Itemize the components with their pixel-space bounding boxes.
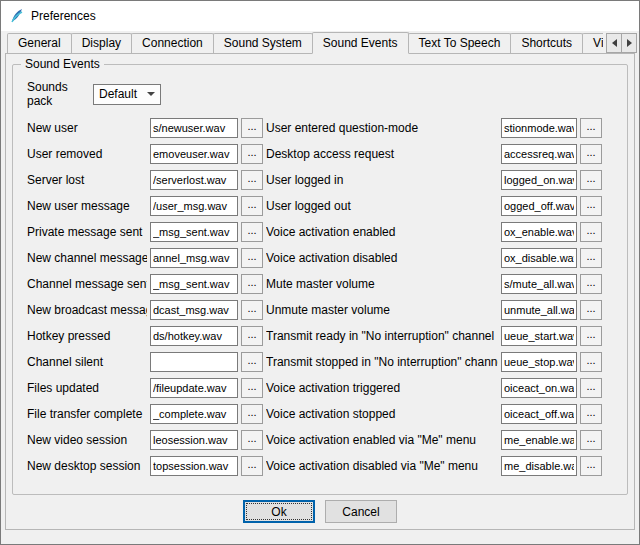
tab-general[interactable]: General: [7, 33, 72, 53]
browse-button[interactable]: ...: [580, 456, 602, 476]
sound-events-grid: New user...User entered question-mode...…: [21, 115, 619, 479]
sound-file-input[interactable]: [150, 456, 238, 476]
browse-button[interactable]: ...: [580, 326, 602, 346]
sound-file-input[interactable]: [150, 274, 238, 294]
browse-button[interactable]: ...: [241, 404, 263, 424]
sound-file-input[interactable]: [150, 326, 238, 346]
tab-scroll-right-button[interactable]: [621, 33, 637, 53]
browse-button[interactable]: ...: [580, 144, 602, 164]
sound-file-input[interactable]: [150, 118, 238, 138]
sound-file-input[interactable]: [150, 378, 238, 398]
sound-file-input[interactable]: [501, 430, 577, 450]
event-label: User entered question-mode: [266, 121, 498, 135]
browse-button[interactable]: ...: [241, 248, 263, 268]
browse-button[interactable]: ...: [241, 196, 263, 216]
event-label: File transfer complete: [27, 407, 147, 421]
sound-file-input[interactable]: [501, 170, 577, 190]
browse-button[interactable]: ...: [580, 404, 602, 424]
sound-file-input[interactable]: [150, 196, 238, 216]
browse-button[interactable]: ...: [580, 222, 602, 242]
event-label: Voice activation disabled via "Me" menu: [266, 459, 498, 473]
sound-file-input[interactable]: [501, 274, 577, 294]
preferences-window: Preferences GeneralDisplayConnectionSoun…: [0, 0, 640, 545]
browse-button[interactable]: ...: [580, 300, 602, 320]
browse-button[interactable]: ...: [241, 274, 263, 294]
browse-button[interactable]: ...: [241, 144, 263, 164]
sound-file-input[interactable]: [501, 300, 577, 320]
event-label: User logged out: [266, 199, 498, 213]
tab-display[interactable]: Display: [71, 33, 132, 53]
browse-button[interactable]: ...: [241, 326, 263, 346]
tab-scroll-left-button[interactable]: [606, 33, 622, 53]
sound-file-input[interactable]: [150, 430, 238, 450]
event-label: Files updated: [27, 381, 147, 395]
event-label: New broadcast message: [27, 303, 147, 317]
sound-file-input[interactable]: [501, 404, 577, 424]
tab-sound-events[interactable]: Sound Events: [312, 32, 409, 54]
event-label: Voice activation enabled: [266, 225, 498, 239]
event-label: Server lost: [27, 173, 147, 187]
tab-shortcuts[interactable]: Shortcuts: [510, 33, 583, 53]
event-label: Voice activation disabled: [266, 251, 498, 265]
window-title: Preferences: [31, 9, 96, 23]
sound-file-input[interactable]: [150, 144, 238, 164]
group-title: Sound Events: [21, 57, 104, 71]
event-label: New channel message: [27, 251, 147, 265]
browse-button[interactable]: ...: [580, 378, 602, 398]
sound-file-input[interactable]: [501, 456, 577, 476]
sound-file-input[interactable]: [150, 248, 238, 268]
browse-button[interactable]: ...: [241, 222, 263, 242]
chevron-down-icon: [147, 92, 155, 96]
sound-events-group: Sound Events Sounds pack Default New use…: [12, 64, 628, 495]
sound-file-input[interactable]: [501, 118, 577, 138]
event-label: New desktop session: [27, 459, 147, 473]
arrow-left-icon: [612, 39, 617, 47]
sound-file-input[interactable]: [150, 404, 238, 424]
event-label: Transmit stopped in "No interruption" ch…: [266, 355, 498, 369]
browse-button[interactable]: ...: [580, 170, 602, 190]
event-label: New user message: [27, 199, 147, 213]
sound-file-input[interactable]: [501, 378, 577, 398]
browse-button[interactable]: ...: [580, 196, 602, 216]
tab-connection[interactable]: Connection: [131, 33, 214, 53]
sound-file-input[interactable]: [150, 300, 238, 320]
app-icon: [9, 8, 25, 24]
browse-button[interactable]: ...: [241, 430, 263, 450]
sound-file-input[interactable]: [501, 196, 577, 216]
sound-file-input[interactable]: [150, 352, 238, 372]
ok-button[interactable]: Ok: [243, 500, 315, 523]
event-label: New user: [27, 121, 147, 135]
event-label: Voice activation enabled via "Me" menu: [266, 433, 498, 447]
browse-button[interactable]: ...: [580, 274, 602, 294]
sound-file-input[interactable]: [150, 222, 238, 242]
sound-file-input[interactable]: [501, 144, 577, 164]
sound-file-input[interactable]: [501, 326, 577, 346]
dialog-buttons: Ok Cancel: [6, 500, 634, 523]
browse-button[interactable]: ...: [241, 300, 263, 320]
tab-page-sound-events: Sound Events Sounds pack Default New use…: [5, 53, 635, 530]
browse-button[interactable]: ...: [241, 378, 263, 398]
browse-button[interactable]: ...: [580, 352, 602, 372]
browse-button[interactable]: ...: [580, 248, 602, 268]
sounds-pack-label: Sounds pack: [27, 80, 93, 108]
cancel-button[interactable]: Cancel: [325, 500, 397, 523]
browse-button[interactable]: ...: [241, 352, 263, 372]
browse-button[interactable]: ...: [580, 430, 602, 450]
event-label: User logged in: [266, 173, 498, 187]
browse-button[interactable]: ...: [580, 118, 602, 138]
sounds-pack-select[interactable]: Default: [93, 84, 161, 105]
tab-text-to-speech[interactable]: Text To Speech: [408, 33, 512, 53]
browse-button[interactable]: ...: [241, 456, 263, 476]
event-label: Mute master volume: [266, 277, 498, 291]
event-label: Hotkey pressed: [27, 329, 147, 343]
browse-button[interactable]: ...: [241, 118, 263, 138]
sound-file-input[interactable]: [501, 352, 577, 372]
browse-button[interactable]: ...: [241, 170, 263, 190]
tab-sound-system[interactable]: Sound System: [213, 33, 313, 53]
sounds-pack-row: Sounds pack Default: [27, 83, 619, 105]
sound-file-input[interactable]: [501, 222, 577, 242]
event-label: Private message sent: [27, 225, 147, 239]
sound-file-input[interactable]: [150, 170, 238, 190]
sound-file-input[interactable]: [501, 248, 577, 268]
tab-scroll-buttons: [603, 31, 637, 53]
